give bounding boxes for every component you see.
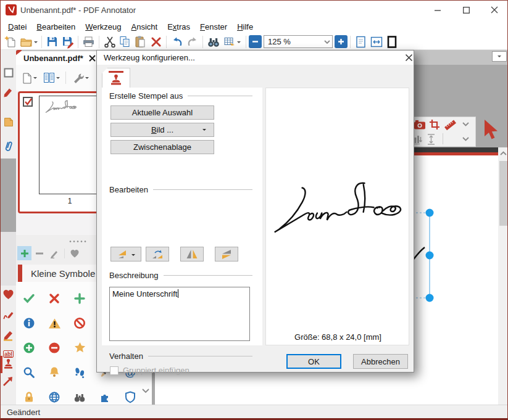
check-icon[interactable] [22, 291, 36, 306]
stamp-tool-tab[interactable] [102, 68, 130, 88]
marker-tab[interactable] [2, 86, 15, 99]
page-tools-button[interactable] [69, 70, 92, 85]
full-page-button[interactable] [384, 35, 399, 49]
delete-button[interactable] [148, 35, 164, 49]
stamp-tool-tab[interactable] [2, 357, 15, 370]
image-dropdown-icon[interactable] [202, 129, 206, 133]
edit-symbol-button[interactable] [47, 246, 61, 260]
snap-grid-button[interactable] [221, 35, 243, 49]
redo-button[interactable] [185, 35, 200, 49]
dialog-title-bar[interactable]: Werkzeug konfigurieren... [97, 51, 414, 65]
menu-extras[interactable]: Extras [162, 21, 195, 33]
search-button[interactable] [206, 35, 221, 49]
menu-bearbeiten[interactable]: Bearbeiten [31, 21, 80, 33]
flip-horizontal-button[interactable] [180, 247, 204, 261]
document-tab[interactable]: Unbenannt.pdf* [16, 51, 99, 65]
new-page-dropdown-icon[interactable] [33, 77, 37, 81]
tab-close-icon[interactable] [89, 55, 96, 62]
dialog-close-icon[interactable] [405, 54, 413, 62]
vertical-scroll-thumb[interactable] [499, 161, 507, 226]
rotate-dropdown-icon[interactable] [131, 254, 135, 258]
menu-hilfe[interactable]: Hilfe [232, 21, 258, 33]
menu-fenster[interactable]: Fenster [195, 21, 232, 33]
drag-handle[interactable] [69, 240, 87, 243]
star-icon[interactable] [72, 340, 87, 355]
select-tool-tab[interactable] [2, 66, 15, 79]
scroll-up-icon[interactable] [499, 150, 507, 156]
favorites-tab[interactable] [2, 288, 15, 301]
plus-circle-icon[interactable] [22, 340, 36, 355]
zoom-in-button[interactable] [335, 35, 348, 48]
puzzle-icon[interactable] [98, 390, 112, 405]
clipboard-button[interactable]: Zwischenablage [110, 140, 214, 154]
tab-list-dropdown-button[interactable] [492, 51, 507, 62]
rotate-right-button[interactable] [146, 247, 169, 261]
ok-button[interactable]: OK [286, 354, 341, 369]
combobox-chevron-icon[interactable] [322, 39, 332, 45]
save-button[interactable] [44, 35, 60, 49]
minus-circle-icon[interactable] [47, 340, 62, 355]
cancel-button[interactable]: Abbrechen [353, 354, 408, 369]
zoom-out-button[interactable] [249, 35, 262, 48]
warning-icon[interactable] [47, 316, 62, 331]
plus-icon[interactable] [72, 291, 87, 306]
favorite-symbol-button[interactable] [67, 246, 81, 260]
lock-icon[interactable] [22, 390, 36, 405]
flip-vertical-button[interactable] [215, 247, 238, 261]
save-as-button[interactable] [60, 35, 75, 49]
arrow-tool-tab[interactable] [2, 374, 15, 387]
vertical-scrollbar[interactable] [498, 147, 508, 420]
rotate-menu-button[interactable] [110, 247, 141, 261]
undo-button[interactable] [169, 35, 185, 49]
copy-button[interactable] [117, 35, 133, 49]
cross-icon[interactable] [47, 291, 62, 306]
new-document-button[interactable] [2, 35, 18, 49]
magnifier-icon[interactable] [22, 365, 36, 380]
fit-height-button[interactable] [426, 134, 436, 145]
pages-tab[interactable] [2, 115, 15, 128]
remove-symbol-button[interactable] [32, 246, 46, 260]
page-tools-dropdown-icon[interactable] [85, 77, 89, 81]
description-textarea[interactable]: Meine Unterschrift [109, 287, 250, 341]
open-dropdown-icon[interactable] [34, 41, 38, 45]
view-mode-button[interactable] [40, 70, 63, 85]
globe-icon[interactable] [47, 390, 62, 405]
info-icon[interactable] [22, 316, 36, 331]
toolbar-expand-icon-2[interactable] [462, 136, 470, 142]
snap-grid-dropdown-icon[interactable] [237, 41, 241, 45]
block-icon[interactable] [72, 316, 87, 331]
cut-button[interactable] [102, 35, 117, 49]
palette-scroll-down-icon[interactable] [141, 388, 150, 393]
close-button[interactable] [482, 1, 507, 19]
paste-button[interactable] [133, 35, 148, 49]
print-button[interactable] [81, 35, 96, 49]
maximize-button[interactable] [454, 1, 478, 19]
fit-width-button[interactable] [369, 35, 384, 49]
image-button[interactable]: Bild ... [110, 123, 214, 137]
bell-icon[interactable] [47, 365, 62, 380]
shield-icon[interactable] [123, 390, 138, 405]
menu-ansicht[interactable]: Ansicht [127, 21, 163, 33]
open-button[interactable] [18, 35, 39, 49]
snapshot-camera-button[interactable] [414, 120, 426, 130]
menu-werkzeug[interactable]: Werkzeug [80, 21, 126, 33]
current-selection-button[interactable]: Aktuelle Auswahl [110, 105, 214, 120]
zoom-level-combobox[interactable]: 125 % [264, 35, 333, 48]
page-checkbox[interactable] [23, 97, 33, 107]
footprints-icon[interactable] [72, 365, 87, 380]
add-symbol-button[interactable] [17, 246, 31, 260]
menu-datei[interactable]: Datei [3, 21, 31, 33]
group-insert-checkbox[interactable] [110, 366, 119, 375]
measure-ruler-button[interactable] [444, 119, 457, 131]
attachments-tab[interactable] [2, 139, 15, 152]
pen-tool-tab[interactable] [2, 309, 15, 322]
toolbar-expand-icon-1[interactable] [462, 121, 470, 127]
page-thumbnail[interactable] [39, 96, 101, 194]
highlighter-tool-tab[interactable] [2, 329, 15, 342]
fit-page-button[interactable] [353, 35, 369, 49]
binoculars-icon[interactable] [72, 390, 87, 405]
crop-button[interactable] [429, 119, 441, 131]
minimize-button[interactable] [425, 1, 450, 19]
new-page-button[interactable] [19, 70, 40, 85]
view-mode-dropdown-icon[interactable] [56, 77, 60, 81]
